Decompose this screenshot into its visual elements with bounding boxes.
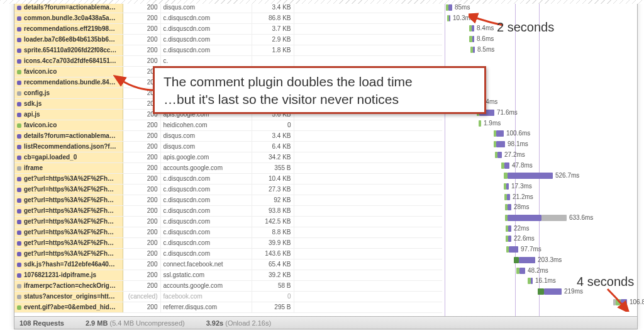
timing-label: 28ms <box>514 203 529 210</box>
cell-domain: connect.facebook.net <box>160 259 252 270</box>
network-row[interactable]: cb=gapi.loaded_0200apis.google.com34.2 K… <box>14 152 442 163</box>
cell-size: 3.4 KB <box>252 131 294 142</box>
cell-domain: disqus.com <box>160 131 252 142</box>
network-row[interactable]: get?url=https%3A%2F%2Fh…200c.disquscdn.c… <box>14 185 442 195</box>
cell-name[interactable]: api.js <box>14 110 123 120</box>
cell-name[interactable]: details?forum=actionablema… <box>14 131 123 142</box>
network-row[interactable]: loader.ba7c86e8b4b6135bb6…200c.disquscdn… <box>14 35 442 45</box>
cell-name[interactable]: cb=gapi.loaded_0 <box>14 152 123 163</box>
cell-size: 6.4 KB <box>252 142 294 152</box>
timing-label: 27.2ms <box>504 151 525 158</box>
cell-size: 295 B <box>252 302 294 313</box>
network-row[interactable]: get?url=https%3A%2F%2Fh…200c.disquscdn.c… <box>14 195 442 206</box>
summary-transferred: 2.9 MB (5.4 MB Uncompressed) <box>86 319 185 327</box>
network-row[interactable]: get?url=https%3A%2F%2Fh…200c.disquscdn.c… <box>14 238 442 249</box>
cell-name[interactable]: favicon.ico <box>14 67 123 77</box>
bar-segment <box>449 15 450 21</box>
cell-status: 200 <box>123 217 160 227</box>
network-row[interactable]: sprite.654110a9206fd22f08cc…200c.disqusc… <box>14 45 442 56</box>
network-row[interactable]: icons.4cc7a703d2fdfe684151…200c. <box>14 56 442 67</box>
network-row[interactable]: common.bundle.3c0a438a5a…200c.disquscdn.… <box>14 13 442 24</box>
cell-domain: facebook.com <box>160 292 252 302</box>
timing-label: 633.6ms <box>569 214 593 221</box>
network-row[interactable]: recommendations.eff219b98…200c.disquscdn… <box>14 24 442 35</box>
cell-size: 27.3 KB <box>252 185 294 195</box>
network-row[interactable]: get?url=https%3A%2F%2Fh…200c.disquscdn.c… <box>14 249 442 259</box>
network-row[interactable]: event.gif?abe=0&embed_hid…200referrer.di… <box>14 302 442 313</box>
cell-size <box>252 56 294 67</box>
cell-name[interactable]: get?url=https%3A%2F%2Fh… <box>14 217 123 227</box>
network-row[interactable]: favicon.ico200heidicohen.com0 <box>14 120 442 131</box>
network-row[interactable]: get?url=https%3A%2F%2Fh…200c.disquscdn.c… <box>14 227 442 238</box>
cell-domain: c.disquscdn.com <box>160 195 252 206</box>
cell-name[interactable]: 1076821231-idpiframe.js <box>14 270 123 281</box>
cell-name[interactable]: loader.ba7c86e8b4b6135bb6… <box>14 35 123 45</box>
network-row[interactable]: get?url=https%3A%2F%2Fh…200c.disquscdn.c… <box>14 174 442 185</box>
cell-domain: c.disquscdn.com <box>160 238 252 249</box>
network-table[interactable]: details?forum=actionablema…200disqus.com… <box>14 3 442 316</box>
cell-name[interactable]: iframe <box>14 163 123 174</box>
cell-name[interactable]: event.gif?abe=0&embed_hid… <box>14 302 123 313</box>
cell-status: 200 <box>123 195 160 206</box>
network-row[interactable]: details?forum=actionablema…200disqus.com… <box>14 131 442 142</box>
network-row[interactable]: get?url=https%3A%2F%2Fh…200c.disquscdn.c… <box>14 217 442 227</box>
cell-status: 200 <box>123 24 160 35</box>
cell-name[interactable]: sdk.js?hash=7d12ebfe46a40… <box>14 259 123 270</box>
waterfall-row: 27.2ms <box>442 151 637 159</box>
cell-name[interactable]: recommendations.eff219b98… <box>14 24 123 35</box>
annotation-callout: The comment plugin doubles the load time… <box>153 66 486 114</box>
cell-name[interactable]: recommendations.bundle.84… <box>14 77 123 88</box>
annotation-line2: …but it's last so the visitor never noti… <box>164 91 475 108</box>
cell-status: 200 <box>123 249 160 259</box>
cell-domain: c.disquscdn.com <box>160 35 252 45</box>
network-row[interactable]: details?forum=actionablema…200disqus.com… <box>14 3 442 13</box>
cell-domain: c.disquscdn.com <box>160 24 252 35</box>
cell-name[interactable]: get?url=https%3A%2F%2Fh… <box>14 206 123 217</box>
bar-segment <box>508 204 511 210</box>
bar-segment <box>538 288 544 295</box>
cell-name[interactable]: iframerpc?action=checkOrig… <box>14 281 123 292</box>
network-row[interactable]: status?ancestor_origins=htt…(canceled)fa… <box>14 292 442 302</box>
cell-name[interactable]: get?url=https%3A%2F%2Fh… <box>14 195 123 206</box>
bar-segment <box>496 130 504 137</box>
cell-name[interactable]: get?url=https%3A%2F%2Fh… <box>14 174 123 185</box>
network-row[interactable]: listRecommendations.json?f…200disqus.com… <box>14 142 442 152</box>
waterfall-row: 48.2ms <box>442 266 637 275</box>
timing-label: 22.6ms <box>514 235 535 242</box>
cell-name[interactable]: config.js <box>14 88 123 99</box>
cell-name[interactable]: common.bundle.3c0a438a5a… <box>14 13 123 24</box>
bar-segment <box>509 246 518 253</box>
cell-name[interactable]: get?url=https%3A%2F%2Fh… <box>14 238 123 249</box>
cell-name[interactable]: get?url=https%3A%2F%2Fh… <box>14 227 123 238</box>
cell-domain: apis.google.com <box>160 152 252 163</box>
cell-name[interactable]: details?forum=actionablema… <box>14 3 123 13</box>
cell-name[interactable]: get?url=https%3A%2F%2Fh… <box>14 185 123 195</box>
timing-label: 100.6ms <box>506 130 530 137</box>
network-row[interactable]: 1076821231-idpiframe.js200ssl.gstatic.co… <box>14 270 442 281</box>
waterfall-row: 85ms <box>442 3 637 12</box>
cell-size: 92 KB <box>252 195 294 206</box>
cell-name[interactable]: favicon.ico <box>14 120 123 131</box>
bar-segment <box>472 36 474 42</box>
timeline-waterfall[interactable]: 85ms10.3ms8.4ms8.6ms8.5ms1.4ms71.6ms1.9m… <box>442 3 637 316</box>
waterfall-row: 8.5ms <box>442 45 637 54</box>
cell-name[interactable]: status?ancestor_origins=htt… <box>14 292 123 302</box>
cell-status: 200 <box>123 259 160 270</box>
network-row[interactable]: iframerpc?action=checkOrig…200accounts.g… <box>14 281 442 292</box>
waterfall-row: 28ms <box>442 203 637 212</box>
cell-size: 143.6 KB <box>252 249 294 259</box>
cell-name[interactable]: listRecommendations.json?f… <box>14 142 123 152</box>
cell-name[interactable]: sprite.654110a9206fd22f08cc… <box>14 45 123 56</box>
cell-name[interactable]: icons.4cc7a703d2fdfe684151… <box>14 56 123 67</box>
cell-status: (canceled) <box>123 292 160 302</box>
cell-domain: c.disquscdn.com <box>160 174 252 185</box>
bar-segment <box>531 278 533 284</box>
cell-name[interactable]: sdk.js <box>14 99 123 110</box>
network-row[interactable]: get?url=https%3A%2F%2Fh…200c.disquscdn.c… <box>14 206 442 217</box>
cell-domain: c.disquscdn.com <box>160 217 252 227</box>
cell-name[interactable]: get?url=https%3A%2F%2Fh… <box>14 249 123 259</box>
network-row[interactable]: iframe200accounts.google.com355 B <box>14 163 442 174</box>
cell-domain: heidicohen.com <box>160 120 252 131</box>
timing-label: 203.3ms <box>538 256 562 263</box>
network-row[interactable]: sdk.js?hash=7d12ebfe46a40…200connect.fac… <box>14 259 442 270</box>
